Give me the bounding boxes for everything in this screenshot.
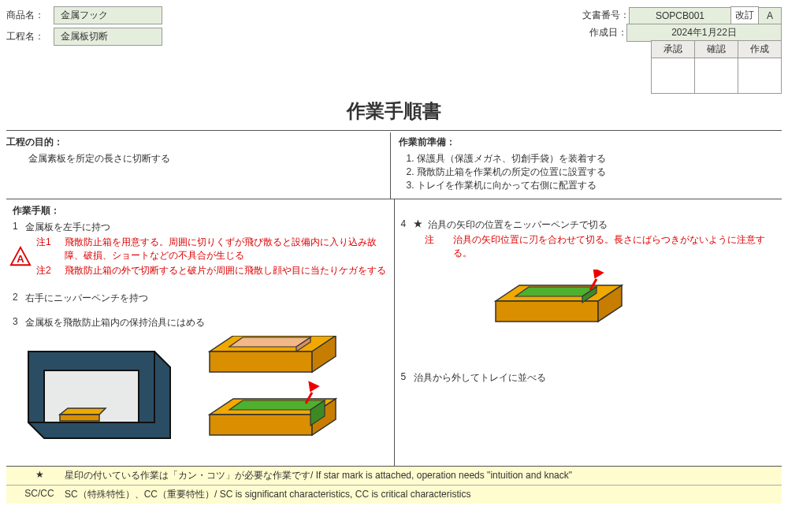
svg-rect-20 <box>496 301 598 322</box>
svg-marker-5 <box>60 408 106 415</box>
approval-grid: 承認 確認 作成 <box>580 41 782 94</box>
svg-marker-15 <box>229 400 325 410</box>
purpose-text: 金属素板を所定の長さに切断する <box>6 152 382 166</box>
step-4-note: 注 治具の矢印位置に刃を合わせて切る。長さにばらつきがないように注意する。 <box>401 233 776 260</box>
steps-wrap: 作業手順： 1 金属板を左手に持つ 注1 飛散防止箱を用意する。周囲に切りくずが… <box>6 199 782 466</box>
divider <box>6 130 782 131</box>
svg-rect-6 <box>60 415 99 421</box>
diagram-jigs <box>194 336 351 456</box>
product-value: 金属フック <box>54 6 162 24</box>
preparation-block: 作業前準備： 1. 保護具（保護メガネ、切創手袋）を装着する 2. 飛散防止箱を… <box>390 132 782 199</box>
step-2: 2 右手にニッパーペンチを持つ <box>13 292 388 305</box>
legend-row-sccc: SC/CC SC（特殊特性）、CC（重要特性）/ SC is significa… <box>6 485 782 504</box>
diagram-row-left <box>13 331 388 461</box>
step-1: 1 金属板を左手に持つ <box>13 221 388 234</box>
svg-rect-8 <box>210 352 312 372</box>
preparation-heading: 作業前準備： <box>399 136 775 149</box>
header: 商品名： 金属フック 工程名： 金属板切断 文書番号： SOPCB001 改訂 … <box>6 6 782 94</box>
purpose-block: 工程の目的： 金属素板を所定の長さに切断する <box>6 132 390 199</box>
warning-triangle-icon: A <box>9 246 32 270</box>
svg-text:A: A <box>17 253 24 265</box>
created-label: 作成日： <box>580 26 627 39</box>
step-4: 4 ★ 治具の矢印の位置をニッパーペンチで切る <box>401 218 776 232</box>
prep-item: 3. トレイを作業机に向かって右側に配置する <box>407 179 775 192</box>
docnum-value: SOPCB001 <box>629 7 731 24</box>
purpose-heading: 工程の目的： <box>6 136 382 149</box>
step-3: 3 金属板を飛散防止箱内の保持治具にはめる <box>13 316 388 329</box>
approve-head: 承認 <box>651 40 695 58</box>
doc-meta-block: 文書番号： SOPCB001 改訂 A 作成日： 2024年1月22日 承認 確… <box>580 6 782 94</box>
diagram-step4 <box>401 262 776 343</box>
svg-rect-13 <box>210 415 312 435</box>
make-cell <box>738 58 782 94</box>
note-1: 注1 飛散防止箱を用意する。周囲に切りくずが飛び散ると設備内に入り込み故障、破損… <box>13 236 388 262</box>
confirm-head: 確認 <box>694 40 738 58</box>
prep-item: 1. 保護具（保護メガネ、切創手袋）を装着する <box>407 152 775 166</box>
created-value: 2024年1月22日 <box>626 24 782 42</box>
note-2: 注2 飛散防止箱の外で切断すると破片が周囲に飛散し顔や目に当たりケガをする <box>13 264 388 277</box>
product-process-block: 商品名： 金属フック 工程名： 金属板切断 <box>6 6 290 49</box>
product-label: 商品名： <box>6 9 54 22</box>
legend: ★ 星印の付いている作業は「カン・コツ」が必要な作業です/ If star ma… <box>6 466 782 504</box>
step-5: 5 治具から外してトレイに並べる <box>401 371 776 385</box>
revision-value: A <box>758 7 782 24</box>
approve-cell <box>651 58 695 94</box>
diagram-box <box>20 336 178 456</box>
prep-item: 2. 飛散防止箱を作業机の所定の位置に設置する <box>407 166 775 179</box>
steps-right: 4 ★ 治具の矢印の位置をニッパーペンチで切る 注 治具の矢印位置に刃を合わせて… <box>394 199 782 466</box>
steps-left: 作業手順： 1 金属板を左手に持つ 注1 飛散防止箱を用意する。周囲に切りくずが… <box>6 199 394 466</box>
document-title: 作業手順書 <box>6 99 782 124</box>
process-value: 金属板切断 <box>54 28 162 46</box>
make-head: 作成 <box>738 40 782 58</box>
revision-label: 改訂 <box>730 6 759 24</box>
steps-heading: 作業手順： <box>13 204 388 218</box>
legend-row-star: ★ 星印の付いている作業は「カン・コツ」が必要な作業です/ If star ma… <box>6 467 782 485</box>
purpose-prep-row: 工程の目的： 金属素板を所定の長さに切断する 作業前準備： 1. 保護具（保護メ… <box>6 132 782 199</box>
confirm-cell <box>694 58 738 94</box>
docnum-label: 文書番号： <box>582 9 630 22</box>
process-label: 工程名： <box>6 30 54 43</box>
